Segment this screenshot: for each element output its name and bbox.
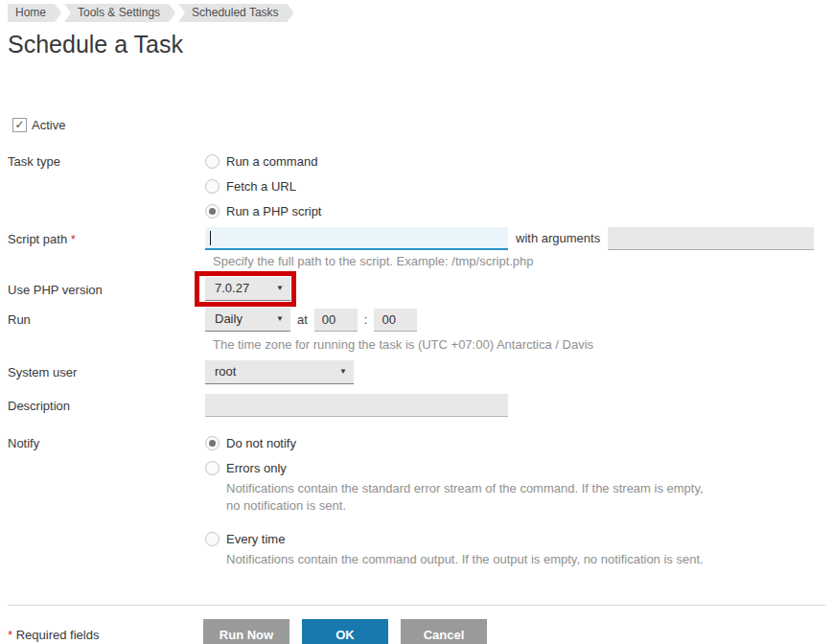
run-controls: Daily ▼ at : [205,308,417,332]
run-at-label: at [297,312,308,327]
system-user-value: root [215,364,236,379]
system-user-label: System user [0,360,205,384]
description-row: Description [0,394,833,417]
system-user-select[interactable]: root ▼ [205,360,354,384]
radio-every-time[interactable]: Every time [205,526,710,551]
run-frequency-value: Daily [215,311,243,326]
radio-icon [205,436,220,450]
ok-button[interactable]: OK [302,619,388,644]
run-minute-input[interactable] [374,309,417,332]
cancel-button[interactable]: Cancel [401,619,487,644]
check-icon: ✓ [14,118,24,131]
radio-label: Run a PHP script [226,204,321,218]
radio-icon [205,532,220,546]
system-user-row: System user root ▼ [0,360,833,384]
breadcrumb-item-home[interactable]: Home [8,4,61,22]
radio-fetch-a-url[interactable]: Fetch a URL [205,173,321,198]
required-asterisk: * [71,232,76,246]
notify-options: Do not notify Errors only Notifications … [205,430,710,580]
php-version-select-wrap: 7.0.27 ▼ [205,277,290,301]
with-arguments-label: with arguments [516,227,600,250]
radio-label: Do not notify [226,436,296,450]
radio-icon [205,179,220,194]
required-fields-note: * Required fields [0,628,203,642]
radio-label: Every time [226,532,285,546]
breadcrumb-item-tools-settings[interactable]: Tools & Settings [64,4,175,22]
description-input[interactable] [205,394,508,417]
active-label: Active [32,118,65,132]
radio-label: Run a command [226,154,317,169]
radio-run-a-command[interactable]: Run a command [205,149,321,173]
run-row: Run Daily ▼ at : [0,308,833,332]
script-path-label-text: Script path [8,232,67,246]
script-path-row: Script path * with arguments [0,227,833,250]
run-hour-input[interactable] [314,309,358,332]
chevron-down-icon: ▼ [276,277,284,300]
chevron-down-icon: ▼ [276,308,284,331]
description-label: Description [0,394,205,417]
php-version-row: Use PHP version 7.0.27 ▼ [0,277,833,301]
php-version-select[interactable]: 7.0.27 ▼ [205,277,290,301]
chevron-down-icon: ▼ [339,360,347,383]
required-note-text: Required fields [16,628,100,642]
script-path-input-wrap [205,227,508,250]
timezone-hint: The time zone for running the task is (U… [213,337,833,352]
radio-do-not-notify[interactable]: Do not notify [205,430,710,455]
php-version-value: 7.0.27 [215,281,249,295]
active-row: ✓ Active [12,118,833,132]
script-path-controls: with arguments [205,227,814,250]
radio-icon [205,204,220,218]
radio-label: Fetch a URL [226,179,296,194]
breadcrumb: Home Tools & Settings Scheduled Tasks [8,4,833,22]
every-time-hint: Notifications contain the command output… [226,551,710,568]
php-version-label: Use PHP version [0,277,205,301]
radio-icon [205,461,220,475]
script-path-input[interactable] [205,227,508,250]
radio-run-a-php-script[interactable]: Run a PHP script [205,198,321,223]
footer: * Required fields Run Now OK Cancel [0,619,833,644]
time-separator: : [364,312,368,327]
schedule-task-form: ✓ Active Task type Run a command Fetch a… [0,118,833,580]
script-path-hint: Specify the full path to the script. Exa… [213,254,833,268]
run-now-button[interactable]: Run Now [203,619,289,644]
text-caret [210,231,211,245]
script-path-label: Script path * [0,227,205,250]
required-asterisk: * [8,628,12,642]
radio-icon [205,154,220,169]
task-type-row: Task type Run a command Fetch a URL Run … [0,149,833,223]
breadcrumb-item-scheduled-tasks[interactable]: Scheduled Tasks [178,4,294,22]
active-checkbox[interactable]: ✓ [12,118,27,132]
page-title: Schedule a Task [8,31,833,58]
errors-only-hint: Notifications contain the standard error… [226,480,710,515]
task-type-label: Task type [0,149,205,223]
notify-label: Notify [0,430,205,580]
notify-row: Notify Do not notify Errors only Notific… [0,430,833,580]
radio-errors-only[interactable]: Errors only [205,455,710,480]
arguments-input[interactable] [608,227,814,250]
radio-label: Errors only [226,461,287,475]
run-label: Run [0,308,205,332]
task-type-options: Run a command Fetch a URL Run a PHP scri… [205,149,321,223]
run-frequency-select[interactable]: Daily ▼ [205,308,290,332]
footer-divider [8,605,825,606]
